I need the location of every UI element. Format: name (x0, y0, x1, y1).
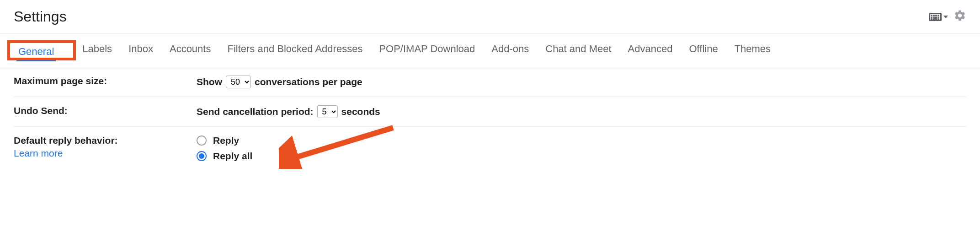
undo-send-label: Undo Send: (14, 105, 68, 116)
radio-icon (197, 135, 207, 146)
tab-pop-imap[interactable]: POP/IMAP Download (377, 40, 477, 60)
tab-general[interactable]: General (16, 43, 56, 61)
settings-tabs: General Labels Inbox Accounts Filters an… (14, 34, 966, 67)
page-size-suffix: conversations per page (255, 76, 362, 87)
keyboard-icon (929, 13, 942, 21)
reply-behavior-label: Default reply behavior: (14, 135, 118, 146)
tab-accounts[interactable]: Accounts (168, 40, 213, 60)
undo-send-select[interactable]: 5 (317, 105, 338, 118)
svg-line-1 (288, 128, 393, 160)
annotation-arrow-icon (279, 123, 398, 169)
page-title: Settings (14, 8, 67, 25)
undo-send-prefix: Send cancellation period: (197, 106, 314, 117)
gear-icon (953, 9, 966, 22)
page-size-select[interactable]: 50 (226, 76, 251, 88)
chevron-down-icon (943, 16, 948, 18)
learn-more-link[interactable]: Learn more (14, 148, 197, 159)
tab-inbox[interactable]: Inbox (127, 40, 155, 60)
radio-reply[interactable]: Reply (197, 135, 252, 146)
tab-offline[interactable]: Offline (687, 40, 719, 60)
annotation-highlight-box: General (7, 40, 76, 60)
page-size-label: Maximum page size: (14, 76, 107, 86)
tab-filters[interactable]: Filters and Blocked Addresses (225, 40, 364, 60)
radio-icon-selected (197, 151, 207, 161)
settings-gear-button[interactable] (953, 9, 966, 24)
tab-addons[interactable]: Add-ons (490, 40, 531, 60)
undo-send-suffix: seconds (341, 106, 380, 117)
tab-advanced[interactable]: Advanced (626, 40, 675, 60)
tab-labels[interactable]: Labels (80, 40, 114, 60)
tab-chat-meet[interactable]: Chat and Meet (543, 40, 613, 60)
page-size-prefix: Show (197, 76, 222, 87)
radio-reply-all-label: Reply all (213, 151, 252, 162)
radio-reply-all[interactable]: Reply all (197, 151, 252, 162)
radio-reply-label: Reply (213, 135, 239, 146)
tab-themes[interactable]: Themes (733, 40, 772, 60)
input-tools-button[interactable] (929, 13, 948, 21)
